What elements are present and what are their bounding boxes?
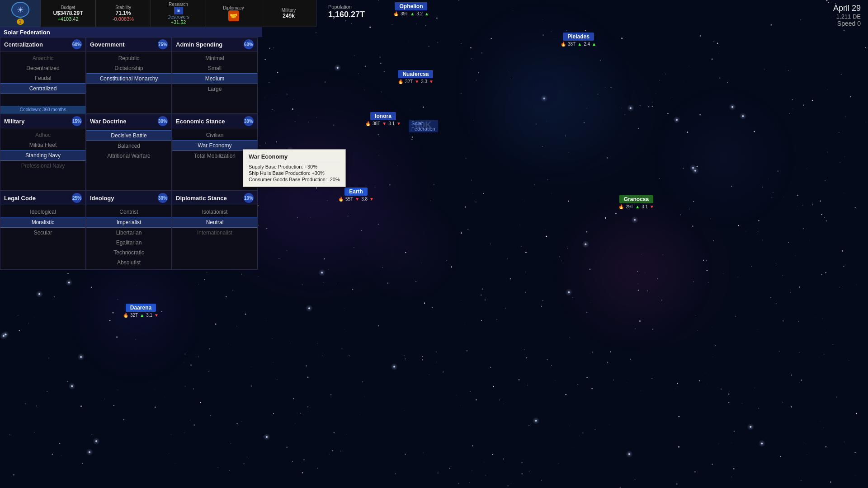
earth-down-icon: ▼	[355, 197, 359, 202]
military-body: Adhoc Militia Fleet Standing Navy Profes…	[0, 128, 85, 190]
ionora-val1: 3.1	[388, 121, 395, 126]
option-decentralized[interactable]: Decentralized	[0, 63, 85, 73]
map-label-pleiades[interactable]: Pleiades 🔥 38T ▲ 2.4 ▲	[561, 33, 596, 47]
option-militia-fleet[interactable]: Militia Fleet	[0, 140, 85, 150]
option-decisive-battle[interactable]: Decisive Battle	[86, 130, 171, 141]
admin-badge: 60%	[244, 39, 254, 49]
sf-label-text: Solar Federation	[409, 120, 438, 132]
option-moralistic[interactable]: Moralistic	[0, 217, 85, 228]
war-doctrine-title: War Doctrine	[90, 118, 126, 125]
map-label-earth[interactable]: Earth 🔥 55T ▼ 3.8 ▼	[338, 188, 374, 202]
ionora-name: Ionora	[370, 112, 396, 120]
daarena-pop: 32T	[130, 313, 138, 318]
stat-budget-delta: +4103.42	[57, 16, 78, 22]
pleiades-up2-icon: ▲	[592, 42, 596, 47]
stat-diplomacy-label: Diplomacy	[223, 5, 244, 10]
option-standing-navy[interactable]: Standing Navy	[0, 150, 85, 161]
option-absolutist[interactable]: Absolutist	[86, 258, 171, 267]
nuafercsa-fire-icon: 🔥	[398, 79, 403, 84]
option-minimal[interactable]: Minimal	[172, 53, 257, 63]
option-secular[interactable]: Secular	[0, 228, 85, 238]
war-doctrine-body: Decisive Battle Balanced Attritional War…	[86, 128, 171, 190]
option-isolationist[interactable]: Isolationist	[172, 207, 257, 217]
ophelion-val1: 3.2	[416, 11, 423, 16]
centralization-badge: 60%	[72, 39, 82, 49]
policy-card-admin: Admin Spending 60% Minimal Small Medium …	[172, 37, 258, 114]
stat-stability-label: Stability	[115, 5, 131, 10]
map-label-ionora[interactable]: Ionora 🔥 38T ▼ 3.1 ▼	[365, 112, 401, 126]
stat-diplomacy: Diplomacy 🤝	[206, 0, 261, 27]
stat-military-label: Military	[282, 8, 296, 13]
centralization-header: Centralization 60%	[0, 38, 85, 52]
military-title: Military	[4, 118, 25, 125]
policy-grid: Centralization 60% Anarchic Decentralize…	[0, 37, 262, 270]
option-small[interactable]: Small	[172, 63, 257, 73]
government-body: Republic Dictatorship Constitutional Mon…	[86, 52, 171, 113]
government-header: Government 75%	[86, 38, 171, 52]
diplomacy-icon: 🤝	[228, 10, 239, 21]
diplomatic-body: Isolationist Neutral Internationalist	[172, 205, 257, 269]
faction-title: Solar Federation	[4, 29, 50, 36]
option-constitutional-monarchy[interactable]: Constitutional Monarchy	[86, 73, 171, 84]
option-attritional-warfare[interactable]: Attritional Warfare	[86, 151, 171, 161]
ionora-down2-icon: ▼	[396, 121, 401, 126]
option-neutral[interactable]: Neutral	[172, 217, 257, 228]
policy-card-government: Government 75% Republic Dictatorship Con…	[86, 37, 172, 114]
legal-body: Ideological Moralistic Secular	[0, 205, 85, 269]
tooltip-line-2: Ship Hulls Base Production: +30%	[249, 170, 340, 176]
tooltip-line-3: Consumer Goods Base Production: -20%	[249, 177, 340, 182]
map-label-ophelion[interactable]: Ophelion 🔥 39T ▲ 3.2 ▲	[393, 2, 429, 16]
option-egalitarian[interactable]: Egalitarian	[86, 238, 171, 248]
stat-research: Research ▣ Destroyers +31.52	[151, 0, 206, 27]
faction-logo-block: ☀ 1	[0, 0, 41, 27]
daarena-stats: 🔥 32T ▲ 3.1 ▼	[123, 313, 159, 318]
map-label-solar-federation[interactable]: Solar Federation 80K	[415, 120, 432, 130]
record-display: 1,211 DE	[833, 13, 861, 20]
government-badge: 75%	[158, 39, 168, 49]
option-medium[interactable]: Medium	[172, 73, 257, 84]
option-centralized[interactable]: Centralized	[0, 83, 85, 94]
option-large[interactable]: Large	[172, 84, 257, 94]
war-economy-tooltip: War Economy Supply Base Production: +30%…	[243, 149, 346, 187]
option-republic[interactable]: Republic	[86, 53, 171, 63]
policy-card-military: Military 15% Adhoc Militia Fleet Standin…	[0, 114, 86, 191]
ionora-fire-icon: 🔥	[365, 121, 371, 126]
legal-title: Legal Code	[4, 195, 36, 202]
map-label-nuafercsa[interactable]: Nuafercsa 🔥 32T ▼ 3.3 ▼	[398, 70, 434, 84]
earth-pop: 55T	[345, 197, 353, 202]
war-doctrine-header: War Doctrine 30%	[86, 114, 171, 128]
map-label-daarena[interactable]: Daarena 🔥 32T ▲ 3.1 ▼	[123, 304, 159, 318]
military-badge: 15%	[72, 116, 82, 126]
option-civilian[interactable]: Civilian	[172, 130, 257, 140]
ideology-body: Centrist Imperialist Libertarian Egalita…	[86, 205, 171, 269]
option-anarchic[interactable]: Anarchic	[0, 53, 85, 63]
stat-stability: Stability 71.1% -0.0083%	[96, 0, 151, 27]
option-libertarian[interactable]: Libertarian	[86, 228, 171, 238]
ionora-down-icon: ▼	[382, 121, 387, 126]
government-title: Government	[90, 41, 125, 48]
pop-value: 1,160.27T	[328, 10, 365, 19]
economic-badge: 30%	[244, 116, 254, 126]
granocsa-val1: 3.1	[642, 204, 648, 209]
ionora-stats: 🔥 38T ▼ 3.1 ▼	[365, 121, 401, 126]
option-internationalist[interactable]: Internationalist	[172, 228, 257, 238]
ophelion-pop: 39T	[401, 11, 408, 16]
option-technocratic[interactable]: Technocratic	[86, 248, 171, 258]
map-label-granocsa[interactable]: Granocsa 🔥 29T ▲ 3.1 ▼	[618, 195, 654, 209]
option-ideological[interactable]: Ideological	[0, 207, 85, 217]
daarena-up-icon: ▲	[140, 313, 144, 318]
option-centrist[interactable]: Centrist	[86, 207, 171, 217]
earth-stats: 🔥 55T ▼ 3.8 ▼	[338, 197, 374, 202]
option-dictatorship[interactable]: Dictatorship	[86, 63, 171, 73]
pop-label: Population	[328, 4, 352, 9]
faction-logo: ☀	[11, 2, 29, 18]
tooltip-divider	[249, 162, 340, 162]
option-feudal[interactable]: Feudal	[0, 73, 85, 83]
option-balanced[interactable]: Balanced	[86, 141, 171, 151]
granocsa-up-icon: ▲	[635, 204, 640, 209]
option-professional-navy[interactable]: Professional Navy	[0, 161, 85, 171]
legal-header: Legal Code 25%	[0, 191, 85, 205]
option-imperialist[interactable]: Imperialist	[86, 217, 171, 228]
granocsa-stats: 🔥 29T ▲ 3.1 ▼	[618, 204, 654, 209]
option-adhoc[interactable]: Adhoc	[0, 130, 85, 140]
